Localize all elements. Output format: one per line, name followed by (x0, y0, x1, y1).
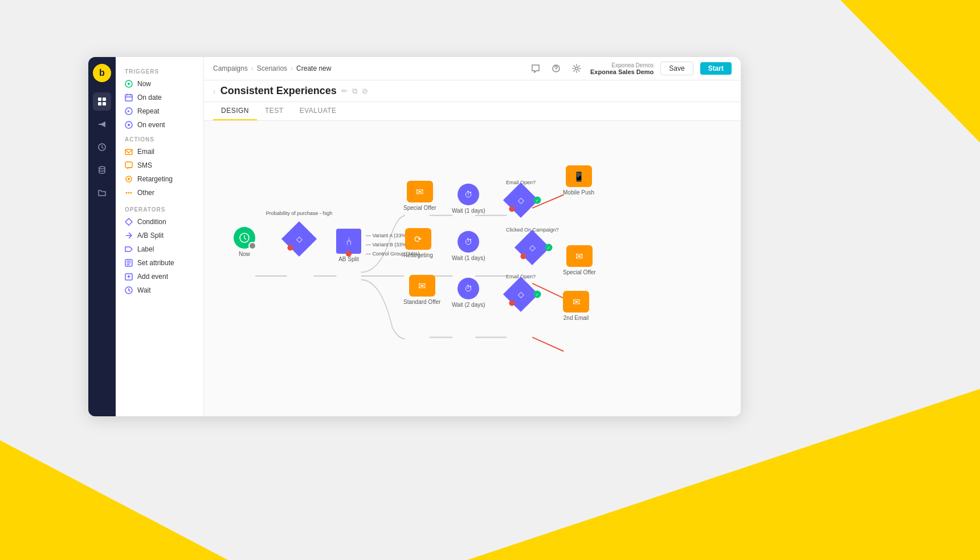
svg-rect-13 (125, 162, 132, 168)
svg-point-15 (128, 178, 130, 180)
sidebar-section-operators: OPERATORS (116, 202, 203, 215)
node-prob[interactable]: Probability of purchase - high ◇ (287, 226, 312, 251)
prob-top-label: Probability of purchase - high (266, 210, 333, 216)
sidebar-item-retargeting[interactable]: Retargeting (116, 172, 203, 186)
page-title: Consistent Experiences (220, 85, 337, 97)
app-logo: b (93, 64, 111, 82)
wait-2-label: Wait (1 days) (452, 255, 485, 261)
breadcrumb-create-new: Create new (296, 64, 331, 72)
breadcrumb-scenarios[interactable]: Scenarios (257, 64, 287, 72)
chat-icon-btn[interactable] (529, 62, 542, 75)
header-actions: Exponea Demos Exponea Sales Demo Save St… (529, 62, 732, 75)
node-wait-3[interactable]: ⏱ Wait (2 days) (452, 278, 485, 308)
label-icon (125, 245, 133, 253)
standard-offer-label: Standard Offer (403, 299, 440, 305)
node-clicked-on-campaign[interactable]: Clicked On Campaign? ◇ ✓ (506, 227, 559, 260)
now-icon (125, 80, 133, 88)
node-special-offer-1[interactable]: ✉ Special Offer (403, 181, 436, 211)
wait-3-label: Wait (2 days) (452, 302, 485, 308)
sidebar-item-repeat[interactable]: Repeat (116, 104, 203, 118)
node-email-open-1[interactable]: Email Open? ◇ ✓ (506, 180, 536, 213)
special-offer-2-label: Special Offer (563, 269, 596, 275)
nav-icon-folder[interactable] (93, 184, 111, 202)
tenant-info: Exponea Demos Exponea Sales Demo (590, 62, 654, 75)
start-button[interactable]: Start (700, 62, 732, 75)
svg-rect-1 (103, 98, 106, 101)
svg-point-7 (128, 83, 130, 85)
copy-title-icon[interactable]: ⧉ (352, 87, 357, 96)
tab-design[interactable]: DESIGN (213, 102, 257, 120)
retarget-icon (125, 175, 133, 183)
svg-rect-12 (125, 149, 132, 155)
sidebar-section-actions: ACTIONS (116, 132, 203, 145)
retargeting-label: Retargeting (403, 252, 433, 258)
sidebar-item-condition[interactable]: Condition (116, 215, 203, 229)
nav-icon-clock[interactable] (93, 138, 111, 156)
svg-rect-3 (103, 102, 106, 105)
svg-point-17 (128, 192, 130, 194)
title-back-icon: ‹ (213, 87, 216, 96)
ab-split-icon (125, 232, 133, 240)
node-2nd-email[interactable]: ✉ 2nd Email (563, 291, 589, 321)
tab-evaluate[interactable]: EVALUATE (292, 102, 345, 120)
main-content: Campaigns › Scenarios › Create new Expon… (204, 57, 741, 416)
svg-point-23 (556, 70, 556, 71)
event-icon (125, 121, 133, 129)
nav-icon-database[interactable] (93, 161, 111, 179)
add-event-icon (125, 273, 133, 281)
sidebar-item-wait[interactable]: Wait (116, 283, 203, 297)
svg-point-18 (130, 192, 132, 194)
save-button[interactable]: Save (660, 62, 693, 75)
sidebar-item-now[interactable]: Now (116, 77, 203, 91)
svg-point-11 (128, 124, 130, 126)
svg-point-5 (99, 167, 105, 169)
nav-icon-megaphone[interactable] (93, 115, 111, 133)
repeat-icon (125, 107, 133, 115)
sidebar-item-add-event[interactable]: Add event (116, 270, 203, 283)
svg-line-36 (532, 337, 564, 351)
sidebar-item-label[interactable]: Label (116, 242, 203, 256)
app-container: b (88, 57, 741, 416)
title-bar: ‹ Consistent Experiences ✏ ⧉ ⊘ (204, 80, 741, 102)
node-wait-2[interactable]: ⏱ Wait (1 days) (452, 231, 485, 261)
node-ab-split[interactable]: ⑃ AB Split — Variant A (33%) — Variant B… (336, 229, 361, 262)
sidebar-item-sms[interactable]: SMS (116, 159, 203, 172)
node-email-open-2[interactable]: Email Open? ◇ ✓ (506, 274, 536, 307)
node-wait-1[interactable]: ⏱ Wait (1 days) (452, 184, 485, 214)
node-retargeting[interactable]: ⟳ Retargeting (403, 228, 433, 258)
settings-icon-btn[interactable] (570, 62, 583, 75)
flow-canvas: Now Probability of purchase - high ◇ ⑃ A… (204, 121, 741, 416)
other-icon (125, 189, 133, 197)
bg-decoration-top-right (781, 0, 980, 143)
sidebar-item-other[interactable]: Other (116, 186, 203, 200)
link-title-icon[interactable]: ⊘ (362, 87, 368, 95)
sidebar-item-on-event[interactable]: On event (116, 118, 203, 132)
wait-1-label: Wait (1 days) (452, 208, 485, 214)
mobile-push-label: Mobile Push (563, 189, 594, 196)
edit-title-icon[interactable]: ✏ (341, 87, 348, 95)
tab-test[interactable]: TEST (257, 102, 292, 120)
sms-icon (125, 161, 133, 169)
sidebar-item-on-date[interactable]: On date (116, 91, 203, 104)
node-standard-offer[interactable]: ✉ Standard Offer (403, 275, 440, 305)
sidebar-section-triggers: TRIGGERS (116, 64, 203, 77)
sidebar-item-ab-split[interactable]: A/B Split (116, 229, 203, 242)
node-mobile-push[interactable]: 📱 Mobile Push (563, 165, 594, 196)
condition-icon (125, 218, 133, 226)
flow-connectors (204, 121, 741, 416)
left-nav: b (88, 57, 116, 416)
set-attribute-icon (125, 259, 133, 267)
svg-rect-0 (98, 98, 101, 101)
breadcrumb-campaigns[interactable]: Campaigns (213, 64, 248, 72)
email-icon (125, 148, 133, 156)
2nd-email-label: 2nd Email (564, 315, 589, 321)
help-icon-btn[interactable] (549, 62, 563, 75)
top-header: Campaigns › Scenarios › Create new Expon… (204, 57, 741, 80)
calendar-icon (125, 94, 133, 102)
now-node-circle (234, 227, 255, 249)
sidebar-item-set-attribute[interactable]: Set attribute (116, 256, 203, 270)
sidebar-item-email[interactable]: Email (116, 145, 203, 159)
nav-icon-grid[interactable] (93, 92, 111, 111)
node-now[interactable]: Now (234, 227, 255, 257)
node-special-offer-2[interactable]: ✉ Special Offer (563, 245, 596, 275)
